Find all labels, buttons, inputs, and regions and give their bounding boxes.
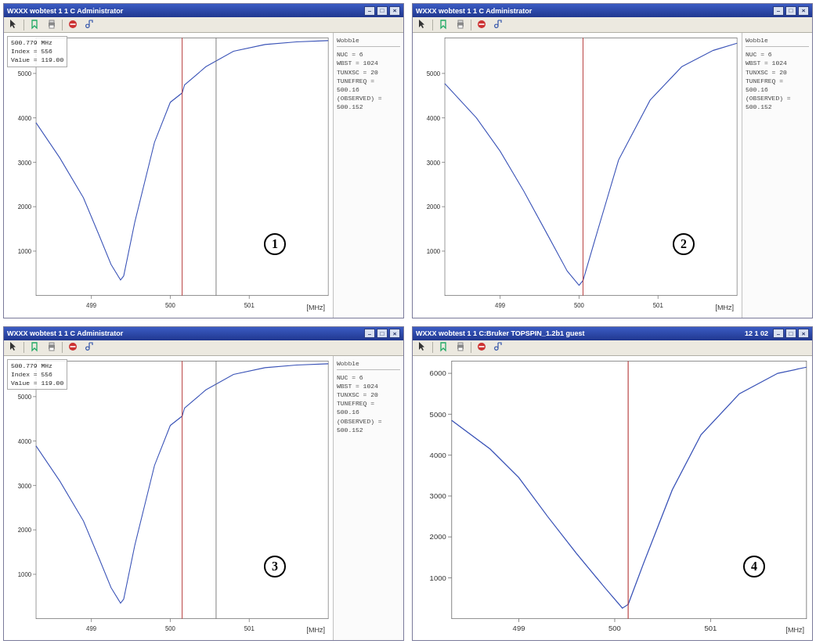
parameters-title: Wobble [337,36,400,45]
note-button[interactable] [83,341,97,354]
print-icon [455,341,466,354]
print-button[interactable] [45,19,59,31]
svg-rect-72 [458,343,463,345]
plot-area[interactable]: 100020003000400050006000499500501[MHz]4 [413,356,812,641]
titlebar[interactable]: WXXX wobtest 1 1 C:Bruker TOPSPIN_1.2b1 … [413,327,812,340]
minimize-button[interactable]: – [364,6,375,16]
toolbar-divider [471,20,471,31]
svg-rect-76 [452,361,807,618]
app-window: WXXX wobtest 1 1 C Administrator–□×10002… [3,326,404,642]
maximize-button[interactable]: □ [785,329,796,338]
close-button[interactable]: × [798,329,809,338]
parameter-line: TUNXSC = 20 [337,390,400,399]
svg-text:5000: 5000 [18,393,32,400]
stop-button[interactable] [66,341,80,354]
svg-text:3000: 3000 [18,159,32,166]
minimize-button[interactable]: – [773,6,784,16]
plot-area[interactable]: 10002000300040005000499500501[MHz]2 [413,33,742,318]
toolbar [4,340,403,356]
parameter-line: (OBSERVED) = 500.152 [337,94,400,111]
x-axis-unit: [MHz] [786,626,805,634]
print-icon [46,19,57,31]
cursor-button[interactable] [6,19,20,31]
svg-text:6000: 6000 [430,369,446,376]
stop-button[interactable] [475,19,489,31]
cursor-icon [8,19,19,31]
svg-text:2000: 2000 [18,527,32,534]
maximize-button[interactable]: □ [785,6,796,16]
x-axis-unit: [MHz] [307,626,326,634]
cursor-info-line: 500.779 MHz [11,362,63,370]
minimize-button[interactable]: – [364,329,375,338]
titlebar-right-text: 12 1 02 [745,329,768,337]
toolbar [413,17,812,33]
note-button[interactable] [492,341,506,354]
titlebar[interactable]: WXXX wobtest 1 1 C Administrator–□× [4,327,403,340]
bookmark-button[interactable] [27,341,42,354]
bookmark-icon [29,19,40,31]
print-icon [46,341,57,354]
cursor-info-line: 500.779 MHz [11,38,63,47]
svg-rect-2 [49,25,54,28]
note-button[interactable] [492,19,506,31]
window-title: WXXX wobtest 1 1 C Administrator [7,329,364,337]
minimize-button[interactable]: – [773,329,784,338]
print-button[interactable] [453,341,468,354]
parameter-line: WBST = 1024 [337,382,400,390]
plot-svg: 10002000300040005000499500501 [413,33,742,318]
stop-button[interactable] [475,341,489,354]
parameter-line: TUNEFREQ = 500.16 [337,399,400,416]
toolbar [413,340,812,356]
bookmark-button[interactable] [436,341,450,354]
plot-area[interactable]: 10002000300040005000499500501500.779 MHz… [4,33,333,318]
toolbar-divider [23,342,24,353]
close-button[interactable]: × [389,6,400,16]
svg-text:3000: 3000 [430,492,446,499]
plot-svg: 10002000300040005000499500501 [4,356,333,641]
svg-text:1000: 1000 [18,248,32,255]
panel-number-badge: 1 [264,233,286,255]
svg-text:1000: 1000 [18,570,32,577]
bookmark-button[interactable] [436,19,450,31]
svg-text:3000: 3000 [18,482,32,489]
print-button[interactable] [45,341,59,354]
stop-icon [67,19,78,31]
window-title: WXXX wobtest 1 1 C Administrator [7,7,364,15]
cursor-info-line: Index = 556 [11,370,63,379]
cursor-button[interactable] [415,19,429,31]
cursor-button[interactable] [415,341,429,354]
content-area: 10002000300040005000499500501500.779 MHz… [4,356,403,641]
stop-button[interactable] [66,19,80,31]
app-window: WXXX wobtest 1 1 C Administrator–□×10002… [412,3,813,318]
bookmark-button[interactable] [27,19,42,31]
maximize-button[interactable]: □ [377,329,388,338]
svg-text:5000: 5000 [427,70,441,77]
panel-number-badge: 4 [743,556,765,577]
parameter-line: TUNEFREQ = 500.16 [337,77,400,94]
app-window: WXXX wobtest 1 1 C Administrator–□×10002… [3,3,404,318]
window-title: WXXX wobtest 1 1 C:Bruker TOPSPIN_1.2b1 … [416,329,745,337]
parameters-panel: WobbleNUC = 6WBST = 1024TUNXSC = 20TUNEF… [742,33,812,318]
cursor-icon [8,341,19,354]
parameter-line: (OBSERVED) = 500.152 [337,417,400,434]
svg-text:501: 501 [244,624,255,631]
close-button[interactable]: × [389,329,400,338]
parameter-line: TUNEFREQ = 500.16 [746,77,809,94]
svg-text:4000: 4000 [430,452,446,459]
plot-area[interactable]: 10002000300040005000499500501500.779 MHz… [4,356,333,641]
titlebar[interactable]: WXXX wobtest 1 1 C Administrator–□× [4,4,403,17]
toolbar-divider [471,342,471,353]
close-button[interactable]: × [798,6,809,16]
svg-text:1000: 1000 [427,248,441,255]
parameters-title: Wobble [337,359,400,368]
svg-rect-28 [479,23,485,25]
svg-rect-51 [70,346,76,347]
print-button[interactable] [453,19,468,31]
parameters-panel: WobbleNUC = 6WBST = 1024TUNXSC = 20TUNEF… [333,33,403,318]
titlebar[interactable]: WXXX wobtest 1 1 C Administrator–□× [413,4,812,17]
note-button[interactable] [83,19,97,31]
parameter-line: NUC = 6 [337,373,400,382]
maximize-button[interactable]: □ [377,6,388,16]
parameter-line: WBST = 1024 [337,59,400,67]
cursor-button[interactable] [6,341,20,354]
